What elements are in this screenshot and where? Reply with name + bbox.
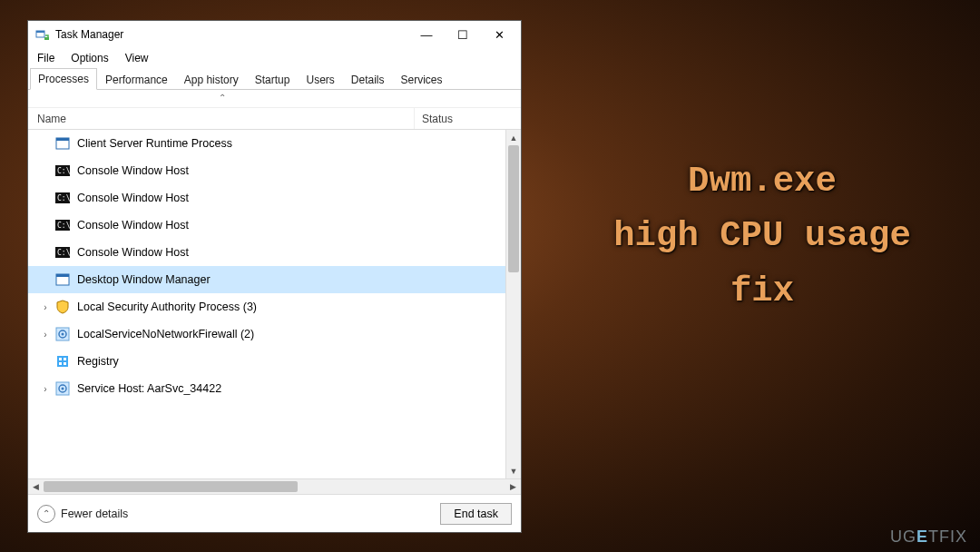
task-manager-window: Task Manager — ☐ ✕ File Options View Pro…	[27, 20, 522, 533]
process-name: Console Window Host	[77, 192, 189, 204]
column-headers: Name Status	[28, 108, 521, 130]
scroll-track[interactable]	[506, 145, 521, 463]
svg-rect-19	[59, 358, 62, 360]
svg-text:C:\: C:\	[57, 222, 70, 230]
expand-chevron-icon[interactable]: ›	[39, 302, 52, 312]
end-task-button[interactable]: End task	[440, 503, 512, 525]
vertical-scrollbar[interactable]: ▲ ▼	[505, 130, 521, 478]
task-manager-icon	[35, 27, 50, 42]
console-icon: C:\	[55, 218, 70, 232]
caption-line-2: high CPU usage	[581, 209, 944, 263]
svg-rect-22	[64, 362, 66, 365]
close-button[interactable]: ✕	[481, 22, 517, 47]
process-name: Console Window Host	[77, 219, 189, 232]
sort-arrow-icon: ⌃	[219, 93, 226, 103]
process-name: Console Window Host	[77, 246, 189, 259]
svg-rect-2	[44, 37, 49, 40]
process-row[interactable]: ›Client Server Runtime Process	[28, 130, 505, 157]
horizontal-scrollbar[interactable]: ◀ ▶	[28, 478, 521, 494]
gear-icon	[55, 327, 70, 341]
column-status[interactable]: Status	[415, 108, 521, 129]
registry-icon	[55, 354, 70, 369]
tab-details[interactable]: Details	[343, 69, 393, 90]
process-name: Service Host: AarSvc_34422	[77, 382, 221, 395]
hscroll-thumb[interactable]	[44, 481, 298, 492]
console-icon: C:\	[55, 191, 70, 205]
hscroll-track[interactable]	[44, 479, 505, 494]
process-row[interactable]: ›Local Security Authority Process (3)	[28, 293, 505, 320]
expand-chevron-icon[interactable]: ›	[39, 330, 52, 340]
process-list: ›Client Server Runtime Process›C:\Consol…	[28, 130, 505, 478]
menubar: File Options View	[28, 48, 521, 68]
process-row[interactable]: ›Desktop Window Manager	[28, 266, 505, 293]
tab-startup[interactable]: Startup	[247, 69, 299, 90]
window-blue-icon	[55, 136, 70, 151]
expand-chevron-icon[interactable]: ›	[39, 384, 52, 394]
menu-options[interactable]: Options	[69, 50, 110, 66]
svg-rect-4	[56, 138, 69, 141]
process-name: Local Security Authority Process (3)	[77, 301, 257, 313]
scroll-up-button[interactable]: ▲	[506, 130, 521, 145]
footer: ⌃ Fewer details End task	[28, 494, 521, 532]
console-icon: C:\	[55, 163, 70, 178]
fewer-details-label: Fewer details	[61, 508, 128, 520]
svg-rect-21	[59, 362, 62, 365]
gear-icon	[55, 381, 70, 396]
svg-rect-14	[56, 274, 69, 277]
menu-file[interactable]: File	[35, 50, 56, 66]
svg-rect-18	[57, 356, 68, 367]
process-row[interactable]: ›C:\Console Window Host	[28, 239, 505, 266]
svg-rect-20	[64, 358, 66, 360]
process-row[interactable]: ›LocalServiceNoNetworkFirewall (2)	[28, 320, 505, 348]
process-area: ›Client Server Runtime Process›C:\Consol…	[28, 130, 521, 478]
process-name: LocalServiceNoNetworkFirewall (2)	[77, 328, 254, 340]
chevron-up-icon: ⌃	[37, 505, 55, 523]
minimize-button[interactable]: —	[408, 22, 445, 47]
scroll-thumb[interactable]	[508, 145, 519, 272]
process-name: Desktop Window Manager	[77, 273, 211, 286]
svg-point-25	[62, 388, 64, 390]
maximize-button[interactable]: ☐	[445, 22, 481, 47]
titlebar[interactable]: Task Manager — ☐ ✕	[28, 21, 521, 48]
menu-view[interactable]: View	[123, 50, 151, 66]
svg-point-17	[62, 333, 64, 336]
scroll-right-button[interactable]: ▶	[505, 479, 521, 494]
tab-app-history[interactable]: App history	[176, 69, 247, 90]
console-icon: C:\	[55, 245, 70, 260]
shield-icon	[55, 300, 70, 314]
svg-rect-1	[36, 31, 44, 33]
process-row[interactable]: ›C:\Console Window Host	[28, 212, 505, 239]
caption-text: Dwm.exe high CPU usage fix	[581, 154, 944, 319]
tab-processes[interactable]: Processes	[30, 68, 97, 90]
svg-text:C:\: C:\	[57, 167, 70, 175]
window-blue-icon	[55, 272, 70, 287]
process-name: Registry	[77, 355, 119, 368]
process-row[interactable]: ›Registry	[28, 348, 505, 375]
svg-text:C:\: C:\	[57, 249, 70, 257]
caption-line-3: fix	[581, 264, 944, 319]
process-name: Client Server Runtime Process	[77, 137, 232, 150]
process-row[interactable]: ›Service Host: AarSvc_34422	[28, 375, 505, 402]
process-row[interactable]: ›C:\Console Window Host	[28, 184, 505, 212]
svg-text:C:\: C:\	[57, 194, 70, 202]
process-row[interactable]: ›C:\Console Window Host	[28, 157, 505, 184]
scroll-down-button[interactable]: ▼	[506, 463, 521, 478]
watermark: UGETFIX	[890, 527, 967, 547]
tab-users[interactable]: Users	[298, 69, 342, 90]
fewer-details-button[interactable]: ⌃ Fewer details	[37, 505, 128, 523]
tab-performance[interactable]: Performance	[97, 69, 176, 90]
sort-indicator-row: ⌃	[28, 90, 521, 108]
process-name: Console Window Host	[77, 164, 189, 177]
tabstrip: Processes Performance App history Startu…	[28, 68, 521, 90]
caption-line-1: Dwm.exe	[581, 154, 944, 209]
scroll-left-button[interactable]: ◀	[28, 479, 44, 494]
tab-services[interactable]: Services	[393, 69, 451, 90]
window-title: Task Manager	[55, 28, 408, 41]
column-name[interactable]: Name	[28, 108, 415, 129]
